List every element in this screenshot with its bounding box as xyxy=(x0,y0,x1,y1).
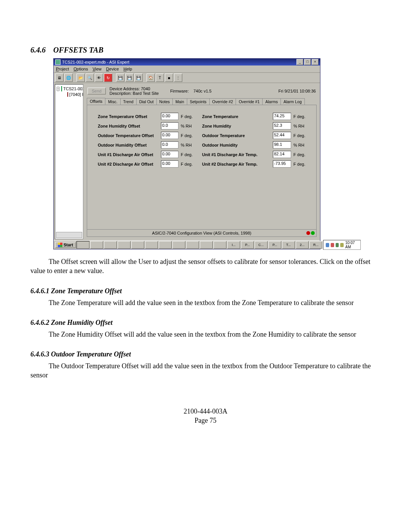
tool-icon[interactable]: 🌐 xyxy=(64,73,73,82)
panel-footer-text: ASIC/2-7040 Configuration View (ASI Cont… xyxy=(152,231,252,235)
tool-icon[interactable]: 📂 xyxy=(76,73,85,82)
taskbar-item[interactable]: P... xyxy=(241,241,254,249)
offset-label: Zone Temperature Offset xyxy=(98,114,159,119)
taskbar-item[interactable] xyxy=(118,241,131,249)
offset-label: Outdoor Humidity Offset xyxy=(98,143,159,147)
taskbar-item[interactable] xyxy=(76,241,89,249)
offset-value-input[interactable]: 0.00 xyxy=(161,151,178,158)
tab-notes[interactable]: Notes xyxy=(156,98,173,105)
tab-override2[interactable]: Override #2 xyxy=(209,98,236,105)
device-address: 7040 xyxy=(141,86,150,91)
taskbar-item[interactable] xyxy=(145,241,158,249)
menu-view[interactable]: View xyxy=(92,67,102,71)
tab-main[interactable]: Main xyxy=(172,98,187,105)
menu-project[interactable]: Project xyxy=(56,67,69,71)
reading-value: 52.3 xyxy=(273,122,291,129)
subsection-heading: 6.4.6.2 Zone Humidity Offset xyxy=(30,319,381,327)
subsection-heading: 6.4.6.1 Zone Temperature Offset xyxy=(30,287,381,295)
tab-alarms[interactable]: Alarms xyxy=(262,98,281,105)
close-button[interactable]: × xyxy=(312,59,319,65)
tool-icon[interactable]: 👁 xyxy=(95,73,103,82)
tab-trend[interactable]: Trend xyxy=(120,98,137,105)
offset-value-input[interactable]: 0.00 xyxy=(161,132,178,139)
tab-override1[interactable]: Override #1 xyxy=(236,98,263,105)
minimize-button[interactable]: _ xyxy=(296,59,303,65)
titlebar: TCS21-002-expert.mdb - ASI Expert _ □ × xyxy=(54,59,320,66)
description-label: Description: xyxy=(110,91,132,96)
status-dot-green xyxy=(311,231,315,235)
send-button[interactable]: Send xyxy=(88,88,106,94)
tree-root[interactable]: − TCS21-002 xyxy=(57,86,81,91)
taskbar-item[interactable]: T... xyxy=(282,241,295,249)
taskbar-item[interactable]: P... xyxy=(268,241,281,249)
tab-misc[interactable]: Misc. xyxy=(105,98,121,105)
taskbar-clock: 10:07 AM xyxy=(345,241,358,249)
status-dot-red xyxy=(306,231,310,235)
tool-icon[interactable]: 🖥 xyxy=(55,73,64,82)
start-button[interactable]: Start xyxy=(55,242,76,248)
tool-icon[interactable]: ■ xyxy=(165,73,173,82)
tab-setpoints[interactable]: Setpoints xyxy=(187,98,210,105)
tree-scrollbar[interactable] xyxy=(56,232,82,238)
reading-label: Unit #2 Discharge Air Temp. xyxy=(202,162,271,166)
taskbar-item[interactable] xyxy=(186,241,199,249)
reading-unit: F deg. xyxy=(293,114,310,119)
offset-label: Zone Humidity Offset xyxy=(98,124,159,128)
taskbar-item[interactable] xyxy=(159,241,172,249)
tree-child-label: [7040] Bard Test S xyxy=(69,92,83,97)
taskbar-item[interactable]: I... xyxy=(227,241,240,249)
project-tree[interactable]: − TCS21-002 [7040] Bard Test S xyxy=(55,84,83,239)
offset-value-input[interactable]: 0.0 xyxy=(161,122,178,129)
offset-unit: % RH xyxy=(181,124,200,128)
tool-icon[interactable]: 💾 xyxy=(116,73,124,82)
tray-icon[interactable] xyxy=(336,243,339,247)
menu-help[interactable]: Help xyxy=(123,67,132,71)
system-tray[interactable]: 10:07 AM xyxy=(323,240,361,250)
tree-child[interactable]: [7040] Bard Test S xyxy=(67,92,81,97)
tree-collapse-icon[interactable]: − xyxy=(57,87,59,91)
tab-alarmlog[interactable]: Alarm Log xyxy=(280,98,305,105)
section-title: OFFSETS TAB xyxy=(53,46,104,54)
taskbar-item[interactable]: R... xyxy=(309,241,322,249)
menu-device[interactable]: Device xyxy=(106,67,119,71)
offset-value-input[interactable]: 0.00 xyxy=(161,113,178,120)
taskbar-item[interactable] xyxy=(131,241,144,249)
taskbar-item[interactable] xyxy=(213,241,226,249)
tool-icon[interactable]: 💾 xyxy=(125,73,134,82)
taskbar: Start I...P...C...P...T...2...R... 10:07… xyxy=(54,240,320,249)
offset-value-input[interactable]: 0.0 xyxy=(161,141,178,149)
offset-label: Outdoor Temperature Offset xyxy=(98,133,159,138)
offset-value-input[interactable]: 0.00 xyxy=(161,160,178,168)
tab-offsets[interactable]: Offsets xyxy=(87,98,105,105)
maximize-button[interactable]: □ xyxy=(304,59,311,65)
tab-dialout[interactable]: Dial Out xyxy=(136,98,157,105)
taskbar-item[interactable] xyxy=(172,241,185,249)
taskbar-item[interactable]: C... xyxy=(255,241,268,249)
tabstrip: Offsets Misc. Trend Dial Out Notes Main … xyxy=(87,97,317,105)
reading-value: 82.14 xyxy=(273,151,291,158)
reading-unit: % RH xyxy=(293,143,310,147)
tool-icon[interactable]: ↻ xyxy=(104,73,112,82)
tool-icon[interactable]: 💾 xyxy=(134,73,143,82)
offset-unit: F deg. xyxy=(181,133,200,138)
tool-icon[interactable]: T xyxy=(156,73,164,82)
tool-icon[interactable]: 🏠 xyxy=(147,73,155,82)
tool-icon[interactable]: 🔍 xyxy=(86,73,94,82)
taskbar-item[interactable] xyxy=(90,241,103,249)
tool-icon[interactable]: ⋮ xyxy=(174,73,182,82)
description-value: Bard Test Site xyxy=(133,91,159,96)
subsection-text: The Zone Humidity Offset will add the va… xyxy=(30,330,381,339)
tray-icon[interactable] xyxy=(326,243,329,247)
taskbar-item[interactable] xyxy=(104,241,117,249)
taskbar-item[interactable] xyxy=(200,241,213,249)
menu-options[interactable]: Options xyxy=(73,67,88,71)
offsets-panel: Zone Temperature Offset0.00F deg.Zone Te… xyxy=(87,105,317,237)
page-number: Page 75 xyxy=(30,416,381,425)
taskbar-item[interactable]: 2... xyxy=(296,241,309,249)
tray-icon[interactable] xyxy=(340,243,344,247)
page-footer: 2100-444-003A Page 75 xyxy=(30,407,381,425)
reading-value: 74.25 xyxy=(273,113,291,120)
tray-icon[interactable] xyxy=(331,243,334,247)
reading-unit: F deg. xyxy=(293,162,310,166)
start-label: Start xyxy=(64,243,73,247)
